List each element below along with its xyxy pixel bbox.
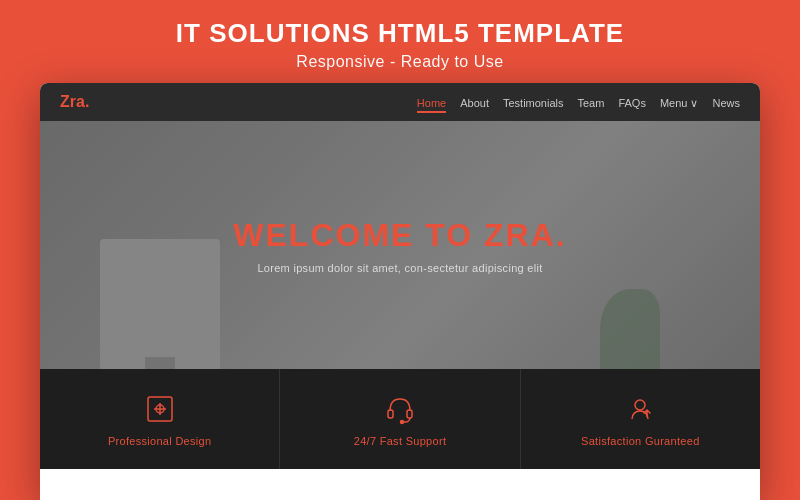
support-label: 24/7 Fast Support: [354, 435, 447, 447]
nav-item-about[interactable]: About: [460, 93, 489, 111]
satisfaction-label: Satisfaction Guranteed: [581, 435, 700, 447]
site-logo: Zra.: [60, 93, 89, 111]
nav-item-testimonials[interactable]: Testimonials: [503, 93, 564, 111]
hero-subtext: Lorem ipsum dolor sit amet, con-sectetur…: [233, 262, 566, 274]
promo-header: IT SOLUTIONS HTML5 TEMPLATE Responsive -…: [176, 0, 624, 83]
hero-content: WELCOME TO ZRA. Lorem ipsum dolor sit am…: [233, 217, 566, 274]
svg-point-6: [400, 421, 403, 424]
feature-satisfaction: Satisfaction Guranteed: [521, 369, 760, 469]
hero-section: WELCOME TO ZRA. Lorem ipsum dolor sit am…: [40, 121, 760, 369]
nav-item-menu[interactable]: Menu ∨: [660, 93, 699, 111]
nav-item-home[interactable]: Home: [417, 93, 446, 111]
nav-item-news[interactable]: News: [712, 93, 740, 111]
template-mockup: Zra. Home About Testimonials Team FAQs M…: [40, 83, 760, 500]
feature-design: Professional Design: [40, 369, 280, 469]
design-icon: [142, 391, 178, 427]
nav-links: Home About Testimonials Team FAQs Menu ∨…: [417, 93, 740, 111]
satisfaction-icon: [622, 391, 658, 427]
promo-title: IT SOLUTIONS HTML5 TEMPLATE: [176, 18, 624, 49]
hero-heading: WELCOME TO ZRA.: [233, 217, 566, 254]
design-label: Professional Design: [108, 435, 212, 447]
svg-point-7: [635, 400, 645, 410]
feature-support: 24/7 Fast Support: [280, 369, 520, 469]
svg-rect-5: [407, 410, 412, 418]
nav-item-team[interactable]: Team: [577, 93, 604, 111]
features-bar: Professional Design 24/7 Fast Support: [40, 369, 760, 469]
promo-subtitle: Responsive - Ready to Use: [176, 53, 624, 71]
nav-item-faqs[interactable]: FAQs: [618, 93, 646, 111]
headset-icon: [382, 391, 418, 427]
site-navigation: Zra. Home About Testimonials Team FAQs M…: [40, 83, 760, 121]
svg-rect-4: [388, 410, 393, 418]
